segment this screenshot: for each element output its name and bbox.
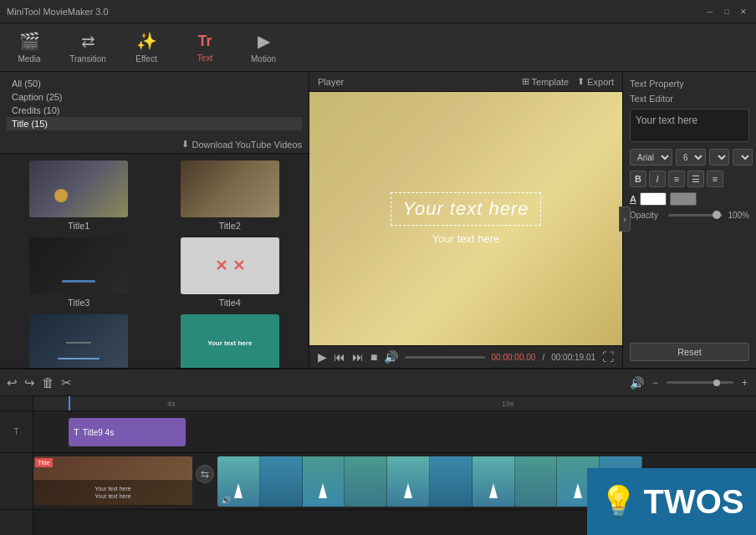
twos-watermark: 💡 TWOS [587, 468, 756, 535]
template-icon: ⊞ [522, 76, 529, 87]
opacity-slider[interactable] [668, 214, 723, 217]
zoom-slider[interactable] [667, 381, 733, 384]
title-label-overlay: Title [35, 458, 53, 467]
download-icon: ⬇ [181, 139, 189, 150]
title-preview-3 [29, 237, 128, 294]
size-select[interactable]: 64 [676, 149, 706, 166]
toolbar-media[interactable]: 🎬 Media [8, 31, 50, 64]
title-thumb-6[interactable]: Your text here Title6 [158, 314, 303, 368]
font-select[interactable]: Arial [630, 149, 672, 166]
title-thumb-5[interactable]: Title5 [7, 314, 151, 368]
video-clip[interactable]: 🔊 [217, 456, 642, 507]
text-overlay-main: Your text here [391, 192, 542, 226]
bg-color-swatch[interactable] [670, 192, 697, 206]
stop-button[interactable]: ■ [370, 350, 377, 364]
opacity-value: 100% [728, 211, 749, 220]
align-left-button[interactable]: ≡ [668, 171, 685, 187]
bold-button[interactable]: B [630, 171, 646, 187]
reset-button[interactable]: Reset [630, 343, 749, 361]
undo-button[interactable]: ↩ [7, 375, 18, 390]
toolbar-transition[interactable]: ⇄ Transition [67, 31, 109, 64]
export-button[interactable]: ⬆ Export [577, 76, 614, 87]
play-button[interactable]: ▶ [318, 350, 327, 364]
progress-bar[interactable] [405, 356, 484, 359]
text-color-swatch[interactable] [640, 192, 667, 206]
opacity-handle [713, 211, 721, 219]
track-label-video [0, 453, 33, 510]
titlebar: MiniTool MovieMaker 3.0 ─ □ ✕ [0, 0, 756, 23]
fullscreen-button[interactable]: ⛶ [602, 350, 614, 364]
format-buttons: B I ≡ ☰ ≡ [630, 171, 749, 187]
zoom-handle [713, 380, 720, 386]
video-frames [217, 456, 642, 507]
zoom-out-icon[interactable]: − [652, 377, 658, 389]
italic-button[interactable]: I [649, 171, 666, 187]
video-frame-2 [260, 456, 303, 507]
thumb-text-2: Your text here [94, 493, 130, 499]
panel-expand-button[interactable]: › [619, 206, 631, 232]
list-select[interactable]: ≡ [709, 149, 729, 166]
effect-icon: ✨ [136, 31, 157, 51]
opacity-label: Opacity [630, 211, 663, 220]
cut-button[interactable]: ✂ [61, 375, 72, 390]
player-panel: Player ⊞ Template ⬆ Export Your text her… [309, 72, 622, 368]
cat-caption[interactable]: Caption (25) [7, 90, 302, 104]
close-button[interactable]: ✕ [738, 6, 749, 18]
clip-convert-button[interactable]: ⇆ [196, 465, 214, 483]
bulb-icon: 💡 [600, 484, 637, 519]
timeline-toolbar: ↩ ↪ 🗑 ✂ 🔊 − + [0, 369, 756, 396]
cat-all[interactable]: All (50) [7, 77, 302, 90]
video-area: Your text here Your text here › [309, 92, 622, 345]
align-center-button[interactable]: ☰ [687, 171, 704, 187]
align-right-button[interactable]: ≡ [707, 171, 723, 187]
title-preview-6: Your text here [181, 314, 279, 368]
player-controls: ▶ ⏮ ⏭ ■ 🔊 00:00:00.00 / 00:00:19.01 ⛶ [309, 345, 622, 368]
video-preview: Your text here Your text here [309, 92, 622, 345]
clip-volume-icon: 🔊 [221, 496, 231, 505]
next-frame-button[interactable]: ⏭ [352, 350, 364, 364]
right-panel: Text Property Text Editor Your text here… [622, 72, 756, 368]
twos-text: TWOS [644, 483, 744, 521]
zoom-in-icon[interactable]: + [742, 377, 748, 389]
main-area: All (50) Caption (25) Credits (10) Title… [0, 72, 756, 368]
title-clip[interactable]: T Title9 4s [69, 418, 186, 446]
text-overlay-sub: Your text here [432, 232, 499, 245]
time-total: 00:00:19.01 [551, 353, 595, 362]
track-label-spacer [0, 396, 33, 411]
redo-button[interactable]: ↪ [24, 375, 35, 390]
panel-title: Text Property [630, 79, 749, 89]
toolbar-motion[interactable]: ▶ Motion [243, 31, 284, 64]
timeline-volume-icon: 🔊 [630, 376, 644, 390]
minimize-button[interactable]: ─ [704, 6, 716, 18]
media-icon: 🎬 [19, 31, 40, 51]
time-separator: / [542, 353, 544, 362]
title-thumb-2[interactable]: Title2 [158, 160, 303, 231]
color-label: A [630, 194, 636, 204]
playhead [69, 396, 70, 410]
title-thumb-1[interactable]: Title1 [7, 160, 151, 231]
maximize-button[interactable]: □ [721, 6, 733, 18]
text-icon: Tr [197, 33, 212, 50]
title-thumb-4[interactable]: ✕ ✕ Title4 [158, 237, 303, 308]
download-bar[interactable]: ⬇ Download YouTube Videos [0, 135, 309, 154]
cat-credits[interactable]: Credits (10) [7, 104, 302, 117]
delete-button[interactable]: 🗑 [42, 375, 54, 390]
motion-icon: ▶ [258, 31, 270, 51]
color-row: A [630, 192, 749, 206]
prev-frame-button[interactable]: ⏮ [334, 350, 345, 364]
num-select[interactable]: 1 [733, 149, 753, 166]
toolbar-text[interactable]: Tr Text [184, 33, 226, 63]
text-editor[interactable]: Your text here [630, 109, 749, 142]
app-title: MiniTool MovieMaker 3.0 [7, 7, 109, 17]
download-label: Download YouTube Videos [192, 140, 303, 150]
toolbar-effect[interactable]: ✨ Effect [125, 31, 167, 64]
video-frame-4 [345, 456, 387, 507]
video-frame-7 [472, 456, 515, 507]
left-panel: All (50) Caption (25) Credits (10) Title… [0, 72, 309, 368]
title-preview-2 [181, 160, 279, 217]
cat-title[interactable]: Title (15) [7, 117, 302, 130]
ruler-mark-4s: 4s [167, 400, 176, 408]
volume-button[interactable]: 🔊 [384, 350, 398, 364]
template-button[interactable]: ⊞ Template [522, 76, 570, 87]
title-thumb-3[interactable]: Title3 [7, 237, 151, 308]
